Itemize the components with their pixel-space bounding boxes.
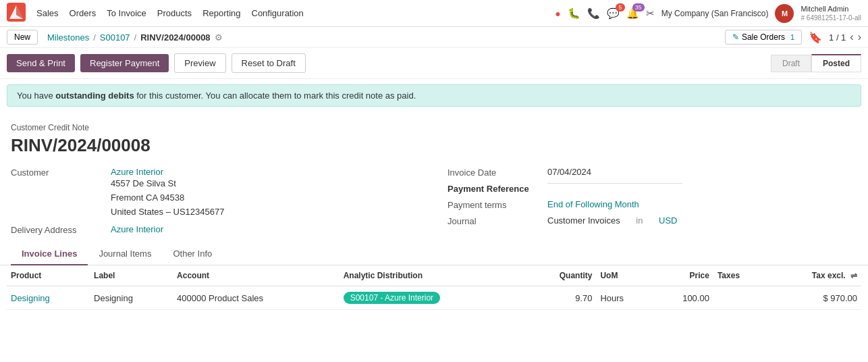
activities-badge: 35 [632,3,645,11]
user-avatar[interactable]: M [775,4,794,23]
messages-icon[interactable]: 💬 5 [607,7,620,20]
cell-uom: Hours [596,286,651,310]
next-page-button[interactable]: › [858,31,861,43]
user-name: Mitchell Admin [801,4,861,14]
activities-icon[interactable]: 🔔 35 [626,7,639,20]
status-posted[interactable]: Posted [811,54,861,72]
col-header-label: Label [90,265,173,286]
main-menu: Sales Orders To Invoice Products Reporti… [36,8,304,18]
product-link[interactable]: Designing [11,293,50,303]
pagination-text: 1 / 1 [829,32,846,43]
new-button[interactable]: New [7,30,38,45]
doc-type-label: Customer Credit Note [11,123,857,132]
addr-line3: United States – US12345677 [111,205,224,219]
cell-price: 100.00 [652,286,713,310]
tabs-bar: Invoice Lines Journal Items Other Info [0,243,868,265]
col-header-price: Price [652,265,713,286]
invoice-date-value: 07/04/2024 [547,167,591,177]
tab-journal-items[interactable]: Journal Items [88,243,162,265]
payment-terms-label: Payment terms [447,199,542,210]
breadcrumb-actions: ✎ Sale Orders 1 🔖 1 / 1 ‹ › [725,30,861,45]
user-info-block: Mitchell Admin # 64981251-17-0-all [801,4,861,22]
sale-orders-label: Sale Orders [742,32,785,42]
send-print-button[interactable]: Send & Print [7,54,75,72]
table-header-row: Product Label Account Analytic Distribut… [7,265,861,286]
journal-currency[interactable]: USD [659,215,677,226]
adjust-columns-icon[interactable]: ⇌ [850,271,857,280]
cell-quantity: 9.70 [524,286,597,310]
col-header-product: Product [7,265,90,286]
col-header-account: Account [173,265,340,286]
action-bar: Send & Print Register Payment Preview Re… [0,48,868,79]
delivery-address-row: Delivery Address Azure Interior [11,224,421,235]
menu-sales[interactable]: Sales [36,8,59,18]
sale-orders-button[interactable]: ✎ Sale Orders 1 [725,30,802,45]
breadcrumb-sibling[interactable]: S00107 [100,32,130,43]
breadcrumb-bar: New Milestones / S00107 / RINV/2024/0000… [0,27,868,48]
sale-orders-count: 1 [790,33,794,41]
menu-products[interactable]: Products [157,8,192,18]
reset-draft-button[interactable]: Reset to Draft [232,53,306,73]
settings-icon[interactable]: ⚙ [215,32,223,43]
form-section: Customer Credit Note RINV/2024/00008 Cus… [0,112,868,235]
invoice-date-label: Invoice Date [447,167,542,178]
journal-row: Journal Customer Invoices in USD [447,215,857,226]
prev-page-button[interactable]: ‹ [850,31,853,43]
company-name: My Company (San Francisco) [661,9,769,18]
outstanding-debits-alert: You have outstanding debits for this cus… [7,84,861,107]
journal-value: Customer Invoices [547,215,620,226]
customer-label: Customer [11,167,105,178]
breadcrumb-current: RINV/2024/00008 [140,32,210,43]
customer-row: Customer Azure Interior 4557 De Silva St… [11,167,421,219]
invoice-date-row: Invoice Date 07/04/2024 [447,167,857,178]
payment-terms-value[interactable]: End of Following Month [547,199,639,209]
payment-ref-row: Payment Reference [447,183,857,194]
payment-ref-label: Payment Reference [447,183,542,194]
addr-line1: 4557 De Silva St [111,177,224,191]
status-bar: Draft Posted [771,54,861,72]
menu-reporting[interactable]: Reporting [202,8,240,18]
cell-taxes [713,286,767,310]
col-header-taxes: Taxes [713,265,767,286]
user-id: # 64981251-17-0-all [801,14,861,22]
cell-analytic: S00107 - Azure Interior [340,286,524,310]
alert-bold-text: outstanding debits [55,90,134,101]
doc-number: RINV/2024/00008 [11,135,857,156]
menu-configuration[interactable]: Configuration [252,8,304,18]
edit-icon: ✎ [732,32,739,42]
bug-icon[interactable]: 🐛 [568,7,580,20]
top-navigation: Sales Orders To Invoice Products Reporti… [0,0,868,27]
cell-label: Designing [90,286,173,310]
invoice-lines-table-section: Product Label Account Analytic Distribut… [0,265,868,310]
preview-button[interactable]: Preview [174,53,225,73]
cell-tax-excl: $ 970.00 [767,286,861,310]
red-dot-icon[interactable]: ● [555,8,560,19]
pagination: 1 / 1 ‹ › [829,31,861,43]
delivery-address-label: Delivery Address [11,224,105,235]
messages-badge: 5 [616,3,625,11]
breadcrumb-separator2: / [134,32,137,43]
phone-icon[interactable]: 📞 [587,7,600,20]
status-draft[interactable]: Draft [771,55,811,72]
col-header-quantity: Quantity [524,265,597,286]
breadcrumb-parent[interactable]: Milestones [47,32,89,43]
addr-line2: Fremont CA 94538 [111,191,224,205]
menu-orders[interactable]: Orders [70,8,97,18]
register-payment-button[interactable]: Register Payment [80,54,169,72]
delivery-address-link[interactable]: Azure Interior [111,224,163,234]
breadcrumb-separator: / [93,32,96,43]
payment-ref-value[interactable] [547,183,682,184]
analytic-badge[interactable]: S00107 - Azure Interior [344,292,440,304]
col-header-uom: UoM [596,265,651,286]
scissors-icon[interactable]: ✂ [646,7,655,20]
customer-link[interactable]: Azure Interior [111,167,163,177]
menu-to-invoice[interactable]: To Invoice [107,8,146,18]
tab-other-info[interactable]: Other Info [162,243,223,265]
bookmark-icon[interactable]: 🔖 [809,31,822,44]
customer-value: Azure Interior 4557 De Silva St Fremont … [111,167,224,219]
app-logo[interactable] [7,3,26,24]
tab-invoice-lines[interactable]: Invoice Lines [11,243,88,265]
alert-text-before: You have [17,90,55,101]
form-grid: Customer Azure Interior 4557 De Silva St… [11,167,857,235]
payment-terms-row: Payment terms End of Following Month [447,199,857,210]
